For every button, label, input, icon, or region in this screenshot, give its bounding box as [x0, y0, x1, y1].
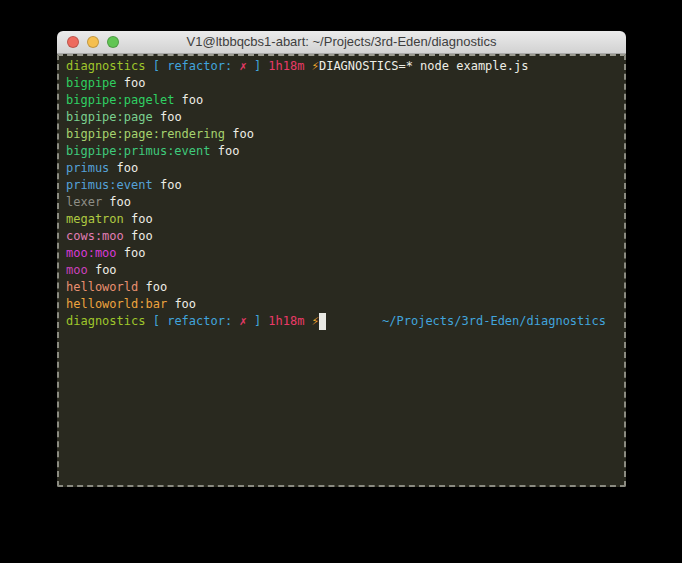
- text-segment: ✗: [239, 313, 246, 330]
- terminal-line: bigpipe:page foo: [66, 109, 606, 126]
- desktop-background: V1@ltbbqcbs1-abart: ~/Projects/3rd-Eden/…: [0, 0, 682, 563]
- text-segment: foo: [225, 126, 254, 143]
- text-segment: 1h18m: [268, 58, 304, 75]
- text-segment: ~/Projects/3rd-Eden/diagnostics: [382, 313, 606, 330]
- terminal-screen[interactable]: diagnostics [ refactor: ✗ ] 1h18m ⚡DIAGN…: [57, 54, 626, 487]
- text-segment: [145, 313, 152, 330]
- text-segment: moo:moo: [66, 245, 117, 262]
- terminal-line: helloworld foo: [66, 279, 606, 296]
- text-segment: primus:event: [66, 177, 153, 194]
- text-segment: [ refactor:: [153, 58, 240, 75]
- terminal-cursor: [319, 313, 326, 330]
- text-segment: foo: [124, 211, 153, 228]
- text-segment: bigpipe:page: [66, 109, 153, 126]
- text-segment: ✗: [239, 58, 246, 75]
- terminal-line: bigpipe foo: [66, 75, 606, 92]
- title-bar[interactable]: V1@ltbbqcbs1-abart: ~/Projects/3rd-Eden/…: [57, 31, 626, 54]
- text-segment: ⚡: [312, 313, 319, 330]
- terminal-line: primus foo: [66, 160, 606, 177]
- text-segment: foo: [138, 279, 167, 296]
- text-segment: helloworld: [66, 279, 138, 296]
- text-segment: [304, 58, 311, 75]
- text-segment: bigpipe:primus:event: [66, 143, 211, 160]
- text-segment: cows:moo: [66, 228, 124, 245]
- text-segment: foo: [124, 228, 153, 245]
- text-segment: [ refactor:: [153, 313, 240, 330]
- terminal-line: diagnostics [ refactor: ✗ ] 1h18m ⚡ ~/Pr…: [66, 313, 606, 330]
- text-segment: primus: [66, 160, 109, 177]
- text-segment: diagnostics: [66, 313, 145, 330]
- text-segment: foo: [211, 143, 240, 160]
- text-segment: foo: [174, 92, 203, 109]
- text-segment: foo: [117, 245, 146, 262]
- terminal-line: megatron foo: [66, 211, 606, 228]
- text-segment: 1h18m: [268, 313, 304, 330]
- text-segment: [261, 58, 268, 75]
- terminal-line: diagnostics [ refactor: ✗ ] 1h18m ⚡DIAGN…: [66, 58, 606, 75]
- text-segment: diagnostics: [66, 58, 145, 75]
- terminal-line: bigpipe:primus:event foo: [66, 143, 606, 160]
- text-segment: DIAGNOSTICS=* node example.js: [319, 58, 529, 75]
- text-segment: [304, 313, 311, 330]
- terminal-line: moo:moo foo: [66, 245, 606, 262]
- line-spacer: [326, 313, 382, 330]
- text-segment: ⚡: [312, 58, 319, 75]
- text-segment: foo: [109, 160, 138, 177]
- text-segment: [145, 58, 152, 75]
- terminal-line: lexer foo: [66, 194, 606, 211]
- text-segment: bigpipe:pagelet: [66, 92, 174, 109]
- text-segment: bigpipe: [66, 75, 117, 92]
- text-segment: foo: [102, 194, 131, 211]
- text-segment: foo: [167, 296, 196, 313]
- terminal-line: bigpipe:pagelet foo: [66, 92, 606, 109]
- text-segment: [261, 313, 268, 330]
- terminal-line: helloworld:bar foo: [66, 296, 606, 313]
- terminal-line: bigpipe:page:rendering foo: [66, 126, 606, 143]
- text-segment: moo: [66, 262, 88, 279]
- text-segment: foo: [153, 109, 182, 126]
- text-segment: helloworld:bar: [66, 296, 167, 313]
- text-segment: bigpipe:page:rendering: [66, 126, 225, 143]
- text-segment: ]: [247, 58, 261, 75]
- text-segment: lexer: [66, 194, 102, 211]
- text-segment: ]: [247, 313, 261, 330]
- terminal-line: moo foo: [66, 262, 606, 279]
- terminal-line: primus:event foo: [66, 177, 606, 194]
- text-segment: foo: [117, 75, 146, 92]
- terminal-line: cows:moo foo: [66, 228, 606, 245]
- text-segment: foo: [88, 262, 117, 279]
- terminal-window: V1@ltbbqcbs1-abart: ~/Projects/3rd-Eden/…: [57, 31, 626, 487]
- window-title: V1@ltbbqcbs1-abart: ~/Projects/3rd-Eden/…: [57, 31, 626, 53]
- text-segment: megatron: [66, 211, 124, 228]
- text-segment: foo: [153, 177, 182, 194]
